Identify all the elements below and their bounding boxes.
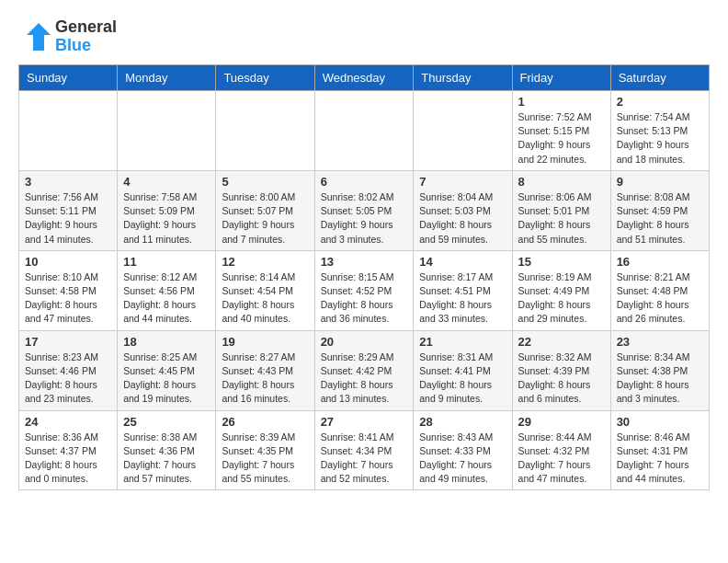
calendar-cell: 15Sunrise: 8:19 AM Sunset: 4:49 PM Dayli… [512,250,610,330]
day-info: Sunrise: 7:56 AM Sunset: 5:11 PM Dayligh… [25,190,111,247]
calendar-cell: 20Sunrise: 8:29 AM Sunset: 4:42 PM Dayli… [314,330,414,410]
day-info: Sunrise: 8:02 AM Sunset: 5:05 PM Dayligh… [321,190,408,247]
calendar-cell: 22Sunrise: 8:32 AM Sunset: 4:39 PM Dayli… [512,330,610,410]
header: GeneralBlue [18,18,710,55]
day-info: Sunrise: 8:17 AM Sunset: 4:51 PM Dayligh… [419,270,506,327]
weekday-header-wednesday: Wednesday [314,65,414,91]
day-number: 10 [25,255,111,269]
calendar-cell: 8Sunrise: 8:06 AM Sunset: 5:01 PM Daylig… [512,170,610,250]
day-info: Sunrise: 8:27 AM Sunset: 4:43 PM Dayligh… [222,350,308,407]
day-info: Sunrise: 8:38 AM Sunset: 4:36 PM Dayligh… [123,431,210,487]
day-number: 9 [617,175,703,189]
weekday-header-row: SundayMondayTuesdayWednesdayThursdayFrid… [19,65,710,91]
day-info: Sunrise: 8:34 AM Sunset: 4:38 PM Dayligh… [617,350,703,407]
calendar-week-row: 10Sunrise: 8:10 AM Sunset: 4:58 PM Dayli… [19,250,710,330]
day-info: Sunrise: 8:10 AM Sunset: 4:58 PM Dayligh… [25,270,111,327]
day-number: 18 [123,335,210,349]
day-number: 17 [25,335,111,349]
day-number: 5 [222,175,308,189]
calendar-cell [118,91,216,171]
calendar-cell: 30Sunrise: 8:46 AM Sunset: 4:31 PM Dayli… [610,410,709,490]
day-number: 29 [518,415,605,429]
calendar-cell [19,91,118,171]
day-info: Sunrise: 8:39 AM Sunset: 4:35 PM Dayligh… [222,431,308,487]
day-info: Sunrise: 8:04 AM Sunset: 5:03 PM Dayligh… [419,190,506,247]
calendar-cell: 29Sunrise: 8:44 AM Sunset: 4:32 PM Dayli… [512,410,610,490]
calendar-cell: 26Sunrise: 8:39 AM Sunset: 4:35 PM Dayli… [216,410,314,490]
weekday-header-tuesday: Tuesday [216,65,314,91]
logo: GeneralBlue [18,18,117,55]
day-number: 3 [25,175,111,189]
day-info: Sunrise: 8:44 AM Sunset: 4:32 PM Dayligh… [518,431,605,487]
day-number: 20 [321,335,408,349]
day-info: Sunrise: 7:58 AM Sunset: 5:09 PM Dayligh… [123,190,210,247]
calendar-cell: 9Sunrise: 8:08 AM Sunset: 4:59 PM Daylig… [610,170,709,250]
weekday-header-monday: Monday [118,65,216,91]
day-info: Sunrise: 8:25 AM Sunset: 4:45 PM Dayligh… [123,350,210,407]
day-number: 28 [419,415,506,429]
calendar-cell: 14Sunrise: 8:17 AM Sunset: 4:51 PM Dayli… [414,250,512,330]
calendar-cell: 5Sunrise: 8:00 AM Sunset: 5:07 PM Daylig… [216,170,314,250]
calendar-cell: 6Sunrise: 8:02 AM Sunset: 5:05 PM Daylig… [314,170,414,250]
calendar-cell: 1Sunrise: 7:52 AM Sunset: 5:15 PM Daylig… [512,91,610,171]
day-info: Sunrise: 8:23 AM Sunset: 4:46 PM Dayligh… [25,350,111,407]
calendar-cell: 21Sunrise: 8:31 AM Sunset: 4:41 PM Dayli… [414,330,512,410]
day-info: Sunrise: 8:00 AM Sunset: 5:07 PM Dayligh… [222,190,308,247]
day-number: 13 [321,255,408,269]
day-number: 2 [617,95,703,109]
calendar-cell: 4Sunrise: 7:58 AM Sunset: 5:09 PM Daylig… [118,170,216,250]
calendar-cell: 18Sunrise: 8:25 AM Sunset: 4:45 PM Dayli… [118,330,216,410]
day-number: 26 [222,415,308,429]
day-number: 24 [25,415,111,429]
calendar-cell: 23Sunrise: 8:34 AM Sunset: 4:38 PM Dayli… [610,330,709,410]
day-number: 21 [419,335,506,349]
day-number: 7 [419,175,506,189]
calendar-cell: 24Sunrise: 8:36 AM Sunset: 4:37 PM Dayli… [19,410,118,490]
day-number: 25 [123,415,210,429]
day-info: Sunrise: 8:19 AM Sunset: 4:49 PM Dayligh… [518,270,605,327]
calendar-cell: 13Sunrise: 8:15 AM Sunset: 4:52 PM Dayli… [314,250,414,330]
calendar-cell: 3Sunrise: 7:56 AM Sunset: 5:11 PM Daylig… [19,170,118,250]
weekday-header-sunday: Sunday [19,65,118,91]
calendar-cell: 12Sunrise: 8:14 AM Sunset: 4:54 PM Dayli… [216,250,314,330]
calendar-cell: 16Sunrise: 8:21 AM Sunset: 4:48 PM Dayli… [610,250,709,330]
weekday-header-saturday: Saturday [610,65,709,91]
day-info: Sunrise: 8:32 AM Sunset: 4:39 PM Dayligh… [518,350,605,407]
day-info: Sunrise: 8:29 AM Sunset: 4:42 PM Dayligh… [321,350,408,407]
day-info: Sunrise: 8:43 AM Sunset: 4:33 PM Dayligh… [419,431,506,487]
calendar-week-row: 17Sunrise: 8:23 AM Sunset: 4:46 PM Dayli… [19,330,710,410]
calendar-cell: 28Sunrise: 8:43 AM Sunset: 4:33 PM Dayli… [414,410,512,490]
weekday-header-thursday: Thursday [414,65,512,91]
calendar-week-row: 1Sunrise: 7:52 AM Sunset: 5:15 PM Daylig… [19,91,710,171]
day-info: Sunrise: 8:36 AM Sunset: 4:37 PM Dayligh… [25,431,111,487]
day-number: 6 [321,175,408,189]
day-info: Sunrise: 8:08 AM Sunset: 4:59 PM Dayligh… [617,190,703,247]
day-number: 16 [617,255,703,269]
day-number: 15 [518,255,605,269]
day-info: Sunrise: 8:31 AM Sunset: 4:41 PM Dayligh… [419,350,506,407]
day-info: Sunrise: 8:15 AM Sunset: 4:52 PM Dayligh… [321,270,408,327]
calendar-week-row: 3Sunrise: 7:56 AM Sunset: 5:11 PM Daylig… [19,170,710,250]
day-number: 19 [222,335,308,349]
day-info: Sunrise: 8:06 AM Sunset: 5:01 PM Dayligh… [518,190,605,247]
day-number: 1 [518,95,605,109]
logo-icon [18,18,55,55]
day-number: 11 [123,255,210,269]
day-number: 22 [518,335,605,349]
day-info: Sunrise: 8:46 AM Sunset: 4:31 PM Dayligh… [617,431,703,487]
calendar-cell [314,91,414,171]
page-container: GeneralBlue SundayMondayTuesdayWednesday… [0,0,728,500]
calendar-cell: 19Sunrise: 8:27 AM Sunset: 4:43 PM Dayli… [216,330,314,410]
calendar-body: 1Sunrise: 7:52 AM Sunset: 5:15 PM Daylig… [19,91,710,490]
calendar-cell: 10Sunrise: 8:10 AM Sunset: 4:58 PM Dayli… [19,250,118,330]
calendar-cell: 7Sunrise: 8:04 AM Sunset: 5:03 PM Daylig… [414,170,512,250]
day-number: 8 [518,175,605,189]
day-number: 23 [617,335,703,349]
day-info: Sunrise: 8:41 AM Sunset: 4:34 PM Dayligh… [321,431,408,487]
weekday-header-friday: Friday [512,65,610,91]
day-number: 4 [123,175,210,189]
calendar-cell: 11Sunrise: 8:12 AM Sunset: 4:56 PM Dayli… [118,250,216,330]
logo-text: GeneralBlue [55,18,117,55]
day-number: 14 [419,255,506,269]
calendar-week-row: 24Sunrise: 8:36 AM Sunset: 4:37 PM Dayli… [19,410,710,490]
